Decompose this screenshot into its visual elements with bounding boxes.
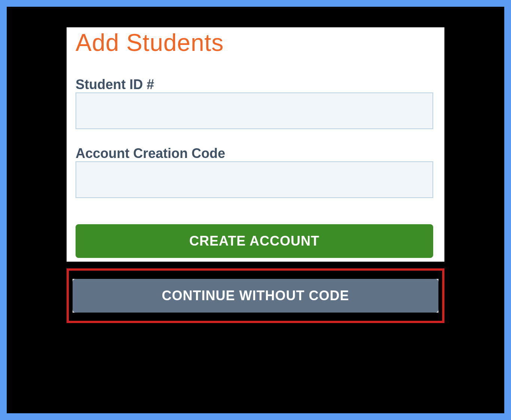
- account-code-input[interactable]: [76, 161, 433, 198]
- continue-without-code-button[interactable]: CONTINUE WITHOUT CODE: [73, 279, 438, 313]
- highlight-annotation: CONTINUE WITHOUT CODE: [67, 268, 444, 323]
- account-code-label: Account Creation Code: [76, 146, 225, 161]
- add-students-card: Add Students Student ID # Account Creati…: [67, 27, 444, 262]
- highlight-inner: CONTINUE WITHOUT CODE: [73, 279, 438, 313]
- create-account-button[interactable]: CREATE ACCOUNT: [76, 224, 433, 258]
- outer-frame: Add Students Student ID # Account Creati…: [7, 7, 504, 413]
- student-id-label: Student ID #: [76, 77, 154, 92]
- button-section: CREATE ACCOUNT: [76, 224, 433, 258]
- page-title: Add Students: [76, 27, 433, 56]
- student-id-input[interactable]: [76, 92, 433, 129]
